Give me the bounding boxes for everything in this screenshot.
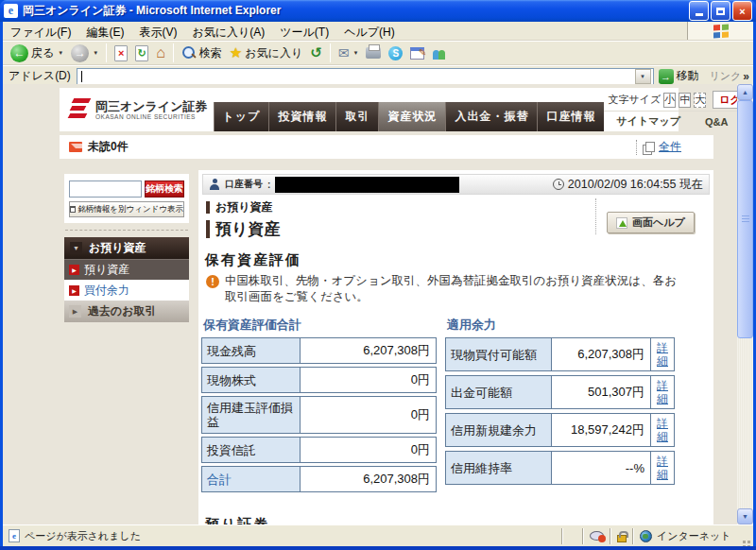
messenger-button[interactable]: [428, 45, 451, 60]
scroll-down-button[interactable]: ▼: [737, 508, 753, 524]
all-messages-link[interactable]: 全件: [659, 139, 681, 155]
menu-file[interactable]: ファイル(F): [3, 22, 78, 40]
detail-link[interactable]: 詳細: [657, 417, 669, 443]
edit-icon: [410, 47, 424, 60]
forward-dropdown-icon[interactable]: ▼: [93, 50, 98, 56]
row-value: --%: [552, 452, 650, 484]
table-row: 出金可能額 501,307円 詳細: [445, 375, 675, 409]
print-button[interactable]: [362, 46, 385, 60]
scroll-up-button[interactable]: ▲: [737, 84, 753, 100]
notice: ! 中国株取引、先物・オプション取引、外国為替証拠金取引のお預り資産状況は、各お…: [206, 273, 683, 305]
main-content: 口座番号 : 2010/02/09 16:04:55 現在 お預り資産 預り資産…: [198, 170, 713, 524]
sidebar-item-buying-power[interactable]: ▶ 買付余力: [64, 280, 189, 301]
table-row: 信用新規建余力 18,597,242円 詳細: [445, 413, 675, 447]
table-row: 現金残高 6,207,308円: [201, 337, 437, 364]
link-sitemap[interactable]: サイトマップ: [604, 114, 693, 129]
stock-search-input[interactable]: [69, 180, 142, 198]
address-dropdown-icon[interactable]: ▼: [635, 69, 651, 84]
history-button[interactable]: ↺: [306, 43, 326, 62]
refresh-icon: ↻: [135, 45, 148, 61]
valuation-summary: 保有資産評価合計 現金残高 6,207,308円 現物株式 0円 信用建玉評価損…: [201, 317, 437, 495]
sidebar: 銘柄検索 銘柄情報を別ウィンドウ表示 ▼ お預り資産 ▶ 預り資産 ▶ 買付余力: [64, 174, 189, 322]
toolbar-separator: [330, 43, 331, 62]
search-icon: [181, 45, 197, 60]
detail-link[interactable]: 詳細: [657, 379, 669, 405]
ie-icon: e: [4, 4, 18, 18]
row-value: 6,207,308円: [301, 338, 436, 363]
close-button[interactable]: ×: [732, 1, 752, 21]
sidebar-section-assets[interactable]: ▼ お預り資産: [64, 237, 189, 259]
back-dropdown-icon[interactable]: ▼: [58, 50, 63, 56]
tab-account-info[interactable]: 口座情報: [537, 102, 604, 131]
toolbar-separator: [173, 43, 174, 62]
mail-dropdown-icon[interactable]: ▼: [352, 50, 358, 56]
sidebar-item-deposit-assets[interactable]: ▶ 預り資産: [64, 259, 189, 280]
tab-asset-status[interactable]: 資産状況: [378, 102, 445, 131]
detail-link[interactable]: 詳細: [657, 455, 669, 481]
minimize-button[interactable]: [689, 1, 709, 21]
row-label: 投資信託: [207, 443, 256, 457]
screen-help-button[interactable]: 画面ヘルプ: [607, 212, 695, 233]
menu-edit[interactable]: 編集(E): [78, 22, 131, 40]
back-label: 戻る: [31, 45, 54, 61]
history-icon: ↺: [310, 44, 322, 61]
back-button[interactable]: ← 戻る ▼: [7, 43, 67, 63]
sidebar-item-past-transactions[interactable]: ▶ 過去のお取引: [64, 301, 189, 322]
pages-icon: [643, 142, 653, 153]
tab-top[interactable]: トップ: [214, 102, 269, 131]
popup-blocked-indicator[interactable]: [584, 525, 610, 546]
search-button[interactable]: 検索: [178, 44, 226, 62]
links-label[interactable]: リンク: [710, 69, 742, 83]
address-input[interactable]: ▼: [77, 68, 654, 85]
throbber: [687, 22, 753, 40]
menu-favorites[interactable]: お気に入り(A): [184, 22, 272, 40]
tab-investment-info[interactable]: 投資情報: [268, 102, 335, 131]
resize-grip[interactable]: [738, 525, 753, 546]
go-button[interactable]: → 移動: [654, 68, 704, 84]
thumb-grip: [742, 215, 749, 223]
chevron-right-icon: ▶: [69, 305, 81, 318]
mail-button[interactable]: ✉ ▼: [335, 44, 363, 61]
row-label: 信用新規建余力: [451, 423, 537, 438]
section-title-valuation: 保有資産評価: [205, 251, 707, 269]
browser-chrome: ファイル(F) 編集(E) 表示(V) お気に入り(A) ツール(T) ヘルプ(…: [3, 22, 753, 86]
site-header: 岡三オンライン証券 OKASAN ONLINE SECURITIES トップ 投…: [60, 88, 679, 131]
toolbar: ← 戻る ▼ → ▼ × ↻ ⌂ 検索 ★ お気に入り ↺: [3, 41, 753, 65]
font-size-large-button[interactable]: 大: [694, 93, 706, 108]
links-chevron-icon[interactable]: »: [743, 70, 749, 83]
stock-search-button[interactable]: 銘柄検索: [145, 180, 184, 198]
row-label: 合計: [207, 473, 232, 487]
menu-tools[interactable]: ツール(T): [272, 22, 336, 40]
tab-deposit-transfer[interactable]: 入出金・振替: [445, 102, 537, 131]
arrow-right-icon: ▶: [69, 265, 79, 275]
skype-button[interactable]: S: [385, 45, 406, 61]
main-nav: トップ 投資情報 取引 資産状況 入出金・振替 口座情報: [214, 88, 605, 131]
browser-window: e 岡三オンライン証券 - Microsoft Internet Explore…: [0, 0, 756, 550]
favorites-button[interactable]: ★ お気に入り: [226, 43, 306, 62]
stop-button[interactable]: ×: [111, 44, 131, 62]
tab-trade[interactable]: 取引: [335, 102, 378, 131]
menu-view[interactable]: 表示(V): [131, 22, 184, 40]
stock-info-popup-button[interactable]: 銘柄情報を別ウィンドウ表示: [69, 201, 184, 217]
maximize-icon: [716, 8, 725, 15]
refresh-button[interactable]: ↻: [131, 44, 152, 62]
row-value: 0円: [301, 368, 436, 392]
windows-flag-icon: [713, 24, 729, 38]
detail-link[interactable]: 詳細: [657, 341, 669, 368]
go-icon: →: [659, 69, 674, 84]
vertical-scrollbar[interactable]: ▲ ▼: [737, 84, 753, 524]
scrollbar-thumb[interactable]: [737, 100, 753, 338]
site-logo[interactable]: 岡三オンライン証券 OKASAN ONLINE SECURITIES: [60, 88, 214, 131]
popup-blocked-icon: [590, 531, 604, 541]
maximize-button[interactable]: [711, 1, 730, 21]
home-button[interactable]: ⌂: [152, 44, 169, 61]
timestamp: 2010/02/09 16:04:55 現在: [568, 177, 703, 193]
page-viewport: 岡三オンライン証券 OKASAN ONLINE SECURITIES トップ 投…: [3, 84, 753, 524]
font-size-medium-button[interactable]: 中: [679, 93, 691, 108]
edit-button[interactable]: [406, 46, 428, 60]
link-qa[interactable]: Q&A: [693, 116, 740, 128]
security-indicator[interactable]: [611, 525, 632, 546]
forward-button[interactable]: → ▼: [67, 43, 102, 63]
font-size-small-button[interactable]: 小: [663, 93, 676, 108]
menu-help[interactable]: ヘルプ(H): [336, 22, 403, 40]
